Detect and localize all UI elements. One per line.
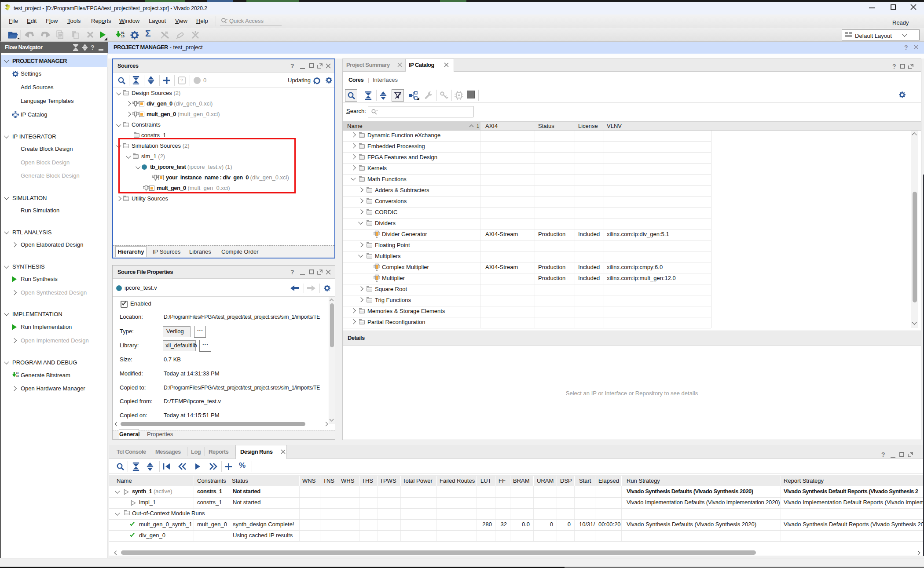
svg-text:01: 01	[16, 372, 19, 375]
svg-text:10: 10	[121, 35, 125, 38]
svg-text:01: 01	[121, 31, 125, 34]
svg-text:10: 10	[16, 375, 19, 377]
svg-text:?: ?	[180, 78, 183, 83]
